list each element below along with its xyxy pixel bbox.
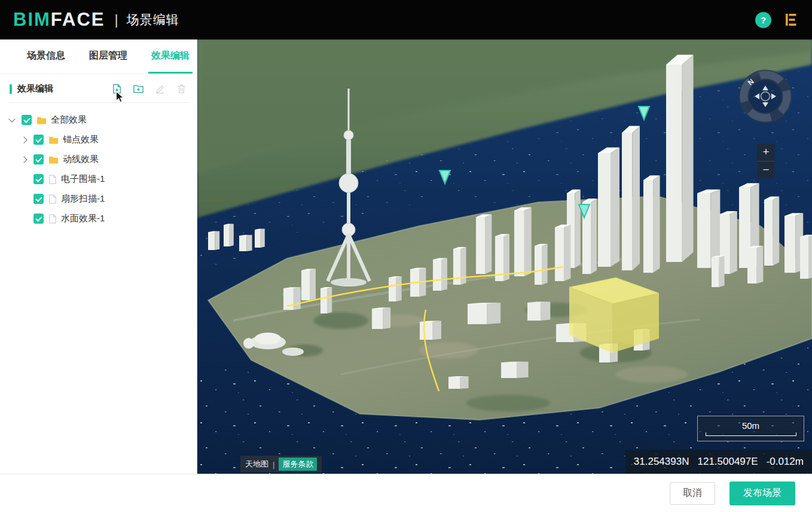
- caret-expanded-icon[interactable]: [10, 110, 22, 130]
- folder-icon: [48, 156, 59, 164]
- tree-row-water-surface: 水面效果-1: [10, 209, 197, 228]
- tree-node-label[interactable]: 锚点效果: [63, 134, 99, 145]
- checkbox-checked[interactable]: [33, 154, 44, 164]
- coordinates-readout: 31.254393N 121.500497E -0.012m: [625, 450, 812, 474]
- panel-accent-bar: [10, 84, 12, 94]
- map-viewport[interactable]: N + − 50m 31.254393N 121.500497E -0.012m: [197, 39, 812, 474]
- checkbox-checked[interactable]: [33, 174, 44, 184]
- zoom-out-button[interactable]: −: [757, 161, 775, 179]
- file-icon: [48, 214, 57, 224]
- effect-tree: 全部效果 锚点效果 动线效果: [0, 103, 197, 228]
- bimface-logo: BIMFACE: [13, 9, 105, 31]
- publish-scene-button[interactable]: 发布场景: [729, 481, 795, 505]
- tree-node-label[interactable]: 电子围墙-1: [61, 173, 105, 185]
- caret-spacer: [22, 169, 33, 189]
- compass-control[interactable]: N: [737, 68, 794, 125]
- company-logo-icon[interactable]: [783, 12, 799, 28]
- folder-icon: [36, 116, 47, 124]
- tree-row-motion-line-effects: 动线效果: [10, 150, 197, 169]
- scale-line: [706, 432, 796, 436]
- page-title: 场景编辑: [127, 11, 179, 28]
- altitude-value: -0.012m: [767, 456, 804, 468]
- panel-title: 效果编辑: [17, 83, 53, 95]
- tree-node-label[interactable]: 动线效果: [63, 154, 99, 165]
- longitude-value: 121.500497E: [697, 456, 758, 468]
- panel-toolbar: [111, 83, 187, 95]
- left-sidebar: 场景信息 图层管理 效果编辑 效果编辑: [0, 39, 197, 474]
- app-header: BIMFACE | 场景编辑 ?: [0, 0, 812, 39]
- checkbox-checked[interactable]: [22, 115, 32, 125]
- add-folder-button[interactable]: [133, 83, 144, 95]
- logo-bim-text: BIM: [13, 9, 51, 31]
- tree-row-sector-scan: 扇形扫描-1: [10, 189, 197, 209]
- tree-node-label[interactable]: 扇形扫描-1: [61, 193, 105, 205]
- latitude-value: 31.254393N: [634, 456, 689, 468]
- file-icon: [48, 175, 57, 184]
- zoom-in-button[interactable]: +: [757, 144, 775, 161]
- map-attribution: 天地图 | 服务条款: [240, 457, 322, 471]
- app-window: BIMFACE | 场景编辑 ? 场景信息 图层管理 效果编辑 效果编辑: [0, 0, 812, 512]
- edit-button[interactable]: [154, 83, 166, 95]
- caret-collapsed-icon[interactable]: [22, 150, 33, 169]
- delete-button[interactable]: [176, 83, 187, 95]
- scene-canvas[interactable]: [197, 39, 812, 474]
- tab-effect-edit[interactable]: 效果编辑: [148, 39, 193, 74]
- scale-bar: 50m: [697, 416, 804, 441]
- checkbox-checked[interactable]: [33, 135, 44, 145]
- folder-icon: [48, 136, 59, 144]
- footer-bar: 取消 发布场景: [0, 474, 812, 512]
- terms-of-service-link[interactable]: 服务条款: [279, 458, 317, 471]
- attribution-divider: |: [273, 460, 274, 469]
- tab-layer-management[interactable]: 图层管理: [86, 39, 130, 74]
- help-icon[interactable]: ?: [755, 12, 771, 28]
- scale-label: 50m: [742, 421, 759, 431]
- checkbox-checked[interactable]: [33, 194, 44, 204]
- tree-row-electronic-fence: 电子围墙-1: [10, 169, 197, 189]
- tree-row-anchor-effects: 锚点效果: [10, 130, 197, 150]
- caret-collapsed-icon[interactable]: [22, 130, 33, 150]
- map-provider-label: 天地图: [245, 459, 268, 470]
- cancel-button[interactable]: 取消: [670, 482, 715, 505]
- caret-spacer: [22, 189, 33, 209]
- caret-spacer: [22, 209, 33, 228]
- sidebar-tabs: 场景信息 图层管理 效果编辑: [0, 39, 197, 74]
- tab-scene-info[interactable]: 场景信息: [24, 39, 68, 74]
- tree-node-label[interactable]: 水面效果-1: [61, 213, 105, 224]
- tree-row-all-effects: 全部效果: [10, 110, 197, 130]
- file-icon: [48, 194, 57, 204]
- checkbox-checked[interactable]: [33, 214, 44, 224]
- add-effect-button[interactable]: [111, 83, 123, 95]
- effect-panel-header: 效果编辑: [10, 83, 188, 103]
- tree-node-label[interactable]: 全部效果: [51, 114, 87, 126]
- logo-face-text: FACE: [51, 9, 105, 31]
- zoom-control: + −: [757, 144, 775, 178]
- header-divider: |: [115, 11, 118, 28]
